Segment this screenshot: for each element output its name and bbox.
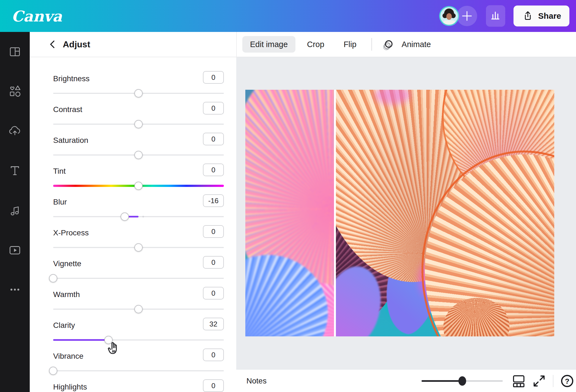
slider-label: X-Process [53, 228, 89, 237]
slider-value-input[interactable]: 0 [203, 164, 224, 176]
sidebar-item-more[interactable] [0, 270, 30, 309]
pages-view-button[interactable] [510, 373, 527, 389]
expand-arrows-icon [533, 375, 545, 387]
slider-track[interactable] [53, 247, 224, 248]
animate-button[interactable]: Animate [382, 36, 431, 53]
slider-label: Vignette [53, 259, 81, 268]
image-after-segment [336, 90, 554, 336]
slider-value-input[interactable]: 0 [203, 225, 224, 238]
slider-value-input[interactable]: 0 [203, 102, 224, 115]
sidebar-item-text[interactable] [0, 151, 30, 190]
slider-value-input[interactable]: 0 [203, 133, 224, 145]
notes-button[interactable]: Notes [246, 377, 267, 385]
slider-value-input[interactable]: 0 [203, 256, 224, 269]
slider-row-highlights: Highlights 0 [30, 372, 236, 392]
slider-track[interactable] [53, 93, 224, 94]
pages-grid-icon [512, 375, 525, 387]
avatar[interactable] [439, 6, 459, 26]
statusbar-controls: ? [422, 370, 576, 392]
slider-label: Highlights [53, 383, 87, 391]
slider-label: Clarity [53, 321, 75, 330]
slider-track[interactable] [53, 124, 224, 125]
statusbar-divider [553, 375, 553, 387]
zoom-slider-fill [422, 380, 462, 382]
slider-track[interactable] [53, 278, 224, 279]
back-button[interactable] [48, 40, 57, 49]
tab-flip[interactable]: Flip [336, 36, 364, 53]
help-icon: ? [560, 374, 574, 388]
slider-value-input[interactable]: 0 [203, 287, 224, 300]
insights-button[interactable] [486, 5, 505, 27]
sidebar-item-audio[interactable] [0, 190, 30, 230]
canvas-image[interactable] [245, 90, 554, 336]
more-dots-icon [8, 283, 22, 296]
fullscreen-button[interactable] [531, 373, 547, 389]
slider-track[interactable] [53, 154, 224, 156]
slider-row-saturation: Saturation 0 [30, 126, 236, 156]
image-toolbar: Edit image Crop Flip Animate [236, 32, 576, 57]
slider-value-input[interactable]: 0 [203, 379, 224, 392]
sidebar-item-elements[interactable] [0, 72, 30, 111]
slider-track[interactable] [53, 216, 224, 217]
bar-chart-icon [489, 9, 502, 23]
slider-row-tint: Tint 0 [30, 156, 236, 187]
sidebar [0, 32, 30, 392]
slider-list: Brightness 0 Contrast 0 Saturation 0 [30, 57, 236, 392]
main-area: Edit image Crop Flip Animate [236, 32, 576, 392]
slider-label: Saturation [53, 136, 88, 145]
plus-icon [460, 9, 474, 23]
slider-track-rainbow[interactable] [53, 185, 224, 187]
canva-app: Canva [0, 0, 576, 392]
sidebar-item-templates[interactable] [0, 32, 30, 72]
slider-row-contrast: Contrast 0 [30, 95, 236, 126]
upload-cloud-icon [8, 124, 22, 138]
tab-crop[interactable]: Crop [299, 36, 332, 53]
elements-icon [8, 85, 22, 98]
adjust-panel: Adjust Brightness 0 Contrast 0 Saturatio… [30, 32, 236, 392]
slider-value-input[interactable]: -16 [203, 194, 224, 207]
slider-track[interactable] [53, 339, 224, 341]
slider-value-input[interactable]: 0 [203, 71, 224, 84]
slider-row-brightness: Brightness 0 [30, 64, 236, 95]
statusbar: Notes [236, 370, 576, 392]
templates-icon [8, 45, 22, 59]
sidebar-item-uploads[interactable] [0, 111, 30, 151]
zoom-slider[interactable] [422, 380, 503, 382]
sidebar-item-videos[interactable] [0, 230, 30, 270]
image-before-segment [245, 90, 334, 336]
panel-title: Adjust [63, 39, 90, 50]
share-label: Share [538, 11, 561, 21]
svg-text:?: ? [565, 377, 569, 385]
help-button[interactable]: ? [559, 373, 575, 389]
slider-row-clarity: Clarity 32 [30, 311, 236, 341]
slider-row-vignette: Vignette 0 [30, 249, 236, 280]
zoom-slider-knob[interactable] [458, 376, 466, 386]
toolbar-divider [371, 38, 372, 51]
slider-track[interactable] [53, 309, 224, 310]
animate-icon [382, 37, 396, 51]
slider-row-x-process: X-Process 0 [30, 218, 236, 249]
chevron-left-icon [48, 40, 57, 49]
canva-logo: Canva [10, 4, 70, 28]
slider-value-input[interactable]: 32 [203, 318, 224, 330]
tab-edit-image[interactable]: Edit image [242, 36, 295, 53]
slider-label: Warmth [53, 290, 80, 299]
share-button[interactable]: Share [513, 6, 569, 26]
topbar-actions: Share [439, 0, 569, 32]
slider-label: Brightness [53, 74, 89, 83]
share-export-icon [522, 10, 534, 22]
slider-value-input[interactable]: 0 [203, 349, 224, 361]
panel-header: Adjust [30, 32, 236, 57]
canvas-area[interactable] [236, 57, 576, 370]
animate-label: Animate [402, 40, 431, 49]
slider-fill [53, 339, 108, 341]
text-icon [8, 164, 22, 178]
video-icon [8, 243, 22, 257]
slider-row-blur: Blur -16 [30, 187, 236, 218]
add-button[interactable] [457, 6, 477, 26]
slider-track[interactable] [53, 370, 224, 371]
music-note-icon [8, 203, 22, 217]
slider-label: Vibrance [53, 352, 83, 361]
slider-origin-dot [142, 216, 144, 217]
slider-label: Contrast [53, 105, 82, 114]
